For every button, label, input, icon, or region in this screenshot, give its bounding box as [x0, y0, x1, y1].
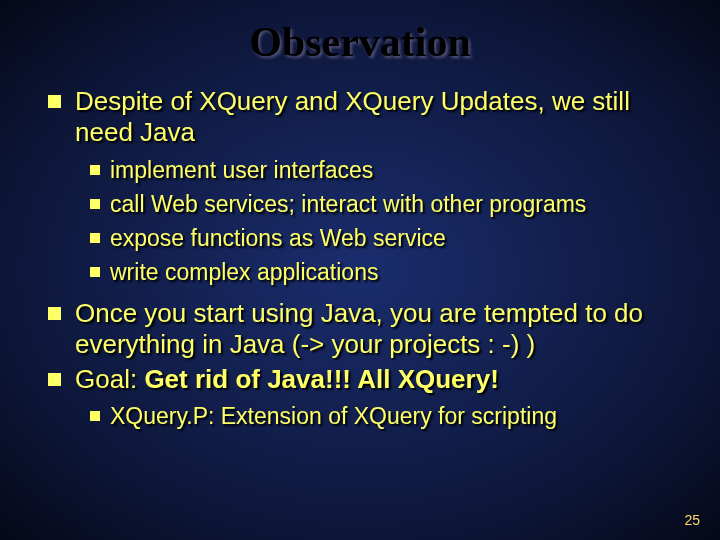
- sub-bullet-text: write complex applications: [110, 258, 378, 288]
- bullet-3-pre: Goal:: [75, 364, 144, 394]
- sub-bullet: implement user interfaces: [90, 156, 670, 186]
- bullet-3-text: Goal: Get rid of Java!!! All XQuery!: [75, 364, 499, 395]
- bullet-icon: [48, 373, 61, 386]
- bullet-icon: [90, 165, 100, 175]
- bullet-icon: [90, 411, 100, 421]
- slide-title: Observation: [0, 18, 720, 66]
- bullet-1: Despite of XQuery and XQuery Updates, we…: [48, 86, 670, 148]
- bullet-icon: [90, 199, 100, 209]
- sub-bullet-text: call Web services; interact with other p…: [110, 190, 586, 220]
- sub-bullet: write complex applications: [90, 258, 670, 288]
- bullet-2: Once you start using Java, you are tempt…: [48, 298, 670, 360]
- sub-bullet-text: implement user interfaces: [110, 156, 373, 186]
- bullet-2-text: Once you start using Java, you are tempt…: [75, 298, 670, 360]
- bullet-3: Goal: Get rid of Java!!! All XQuery!: [48, 364, 670, 395]
- bullet-1-sublist: implement user interfaces call Web servi…: [48, 156, 670, 288]
- slide-content: Despite of XQuery and XQuery Updates, we…: [0, 86, 720, 431]
- bullet-icon: [48, 307, 61, 320]
- bullet-3-sublist: XQuery.P: Extension of XQuery for script…: [48, 402, 670, 432]
- bullet-icon: [90, 233, 100, 243]
- sub-bullet: call Web services; interact with other p…: [90, 190, 670, 220]
- page-number: 25: [684, 512, 700, 528]
- bullet-3-bold: Get rid of Java!!! All XQuery!: [144, 364, 498, 394]
- sub-bullet: expose functions as Web service: [90, 224, 670, 254]
- sub-bullet: XQuery.P: Extension of XQuery for script…: [90, 402, 670, 432]
- slide: Observation Despite of XQuery and XQuery…: [0, 0, 720, 540]
- sub-bullet-text: expose functions as Web service: [110, 224, 446, 254]
- bullet-1-text: Despite of XQuery and XQuery Updates, we…: [75, 86, 670, 148]
- bullet-icon: [48, 95, 61, 108]
- bullet-icon: [90, 267, 100, 277]
- sub-bullet-text: XQuery.P: Extension of XQuery for script…: [110, 402, 557, 432]
